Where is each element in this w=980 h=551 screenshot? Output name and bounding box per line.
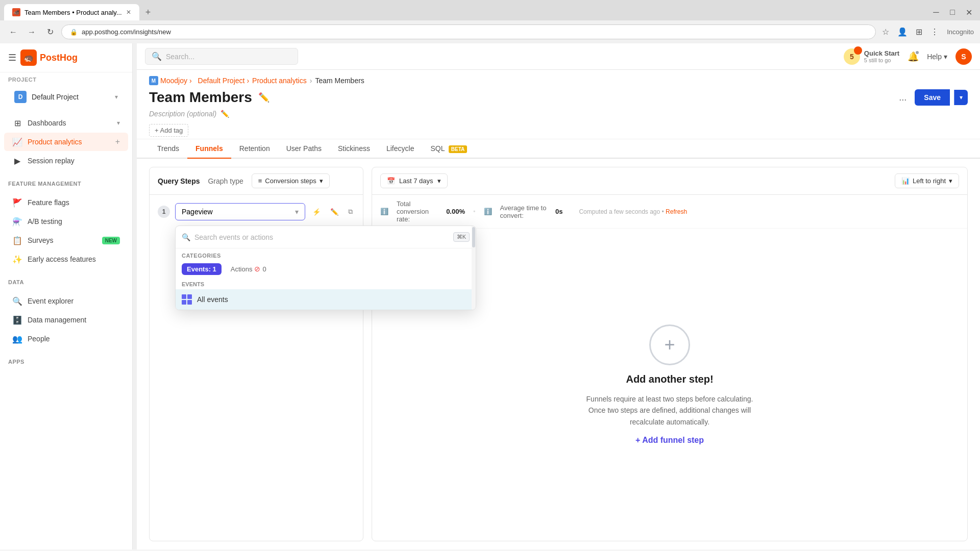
sidebar-item-feature-flags[interactable]: 🚩 Feature flags [4,193,128,212]
quick-start-widget[interactable]: 5 Quick Start 5 still to go [844,48,899,65]
step-1-filter-btn[interactable]: ⚡ [310,206,323,218]
add-insight-icon[interactable]: + [115,137,120,146]
breadcrumb-moodjoy[interactable]: M Moodjoy › [149,76,192,85]
feature-flags-icon: 🚩 [12,197,22,208]
stats-row: ℹ️ Total conversion rate: 0.00% • ℹ️ Ave… [372,195,967,229]
tab-user-paths[interactable]: User Paths [278,139,330,159]
actions-count: 0 [262,265,266,273]
minimize-btn[interactable]: ─ [929,5,943,19]
sidebar-item-early-access[interactable]: ✨ Early access features [4,250,128,268]
info-icon: ℹ️ [380,208,388,215]
search-input[interactable] [166,53,268,61]
dropdown-scrollbar-thumb [472,227,475,247]
forward-btn[interactable]: → [24,25,39,39]
maximize-btn[interactable]: □ [945,5,960,19]
sidebar-item-data-management[interactable]: 🗄️ Data management [4,311,128,329]
conversion-steps-btn[interactable]: ≡ Conversion steps ▾ [252,173,330,188]
search-box[interactable]: 🔍 [145,48,298,65]
tab-favicon: 🐗 [12,8,20,16]
surveys-new-badge: NEW [102,237,120,244]
breadcrumb-team-members: Team Members [315,77,364,85]
description-text: Description (optional) [149,110,216,118]
project-selector[interactable]: D Default Project ▾ [8,87,124,107]
browser-menu-btn[interactable]: ⋮ [928,25,941,39]
events-section-header: EVENTS [176,279,476,289]
sidebar: ☰ 🦔 PostHog PROJECT D Default Project ▾ … [0,43,133,549]
sidebar-item-event-explorer[interactable]: 🔍 Event explorer [4,292,128,310]
events-category-btn[interactable]: Events: 1 [182,263,222,275]
actions-cancel-icon: ⊘ [254,265,260,273]
tab-lifecycle[interactable]: Lifecycle [378,139,422,159]
breadcrumb-m-avatar: M [149,76,158,85]
tab-funnels[interactable]: Funnels [187,139,231,159]
sidebar-item-dashboards[interactable]: ⊞ Dashboards ▾ [4,114,128,132]
address-bar[interactable]: 🔒 app.posthog.com/insights/new [61,24,876,39]
bookmark-btn[interactable]: ☆ [880,25,891,39]
tags-row: + Add tag [149,124,968,139]
add-tag-btn[interactable]: + Add tag [149,124,188,137]
sidebar-item-product-analytics[interactable]: 📈 Product analytics + [4,133,128,151]
sidebar-item-session-replay[interactable]: ▶ Session replay [4,152,128,170]
edit-title-btn[interactable]: ✏️ [258,92,270,103]
more-options-btn[interactable]: ... [895,90,911,105]
breadcrumb-default-project[interactable]: Default Project › [198,77,250,85]
avg-time-info-icon: ℹ️ [484,208,492,215]
date-range-picker[interactable]: 📅 Last 7 days ▾ [380,173,448,188]
save-dropdown-btn[interactable]: ▾ [954,90,968,105]
funnel-direction-label: Left to right [913,177,946,185]
profile-btn[interactable]: 👤 [895,25,910,39]
dropdown-search-icon: 🔍 [182,233,190,241]
save-btn[interactable]: Save [915,89,950,106]
tab-close-btn[interactable]: ✕ [126,9,131,16]
user-avatar[interactable]: S [955,48,972,65]
tab-sql[interactable]: SQL BETA [422,139,475,159]
event-search-input[interactable] [194,233,449,241]
sidebar-item-people[interactable]: 👥 People [4,330,128,348]
sidebar-item-label: Early access features [28,255,120,263]
add-step-desc-2: Once two steps are defined, additional c… [589,406,751,425]
refresh-browser-btn[interactable]: ↻ [43,25,57,39]
step-1-dropdown[interactable]: Pageview ▾ [175,203,305,220]
tab-trends[interactable]: Trends [149,139,187,159]
avg-time-label: Average time to convert: [500,204,547,219]
date-range-label: Last 7 days [399,177,433,185]
project-label: PROJECT [8,77,124,83]
sidebar-item-ab-testing[interactable]: ⚗️ A/B testing [4,212,128,231]
data-section-header: DATA [0,273,132,287]
add-funnel-step-btn[interactable]: + Add funnel step [635,436,704,445]
query-body: 1 Pageview ▾ ⚡ ✏️ ⧉ 🔍 [150,195,363,541]
tab-retention[interactable]: Retention [231,139,278,159]
data-management-icon: 🗄️ [12,315,22,325]
breadcrumb-chevron-icon: › [189,77,192,85]
page-title-row: Team Members ✏️ ... Save ▾ [149,89,968,106]
sidebar-item-surveys[interactable]: 📋 Surveys NEW [4,231,128,249]
tab-stickiness[interactable]: Stickiness [330,139,378,159]
breadcrumb-product-analytics[interactable]: Product analytics [252,77,307,85]
new-tab-btn[interactable]: + [141,5,155,20]
actions-category-btn[interactable]: Actions ⊘ 0 [226,263,272,275]
all-events-icon [182,294,192,305]
event-explorer-icon: 🔍 [12,296,22,306]
incognito-label: Incognito [947,28,974,36]
refresh-link[interactable]: Refresh [666,208,687,215]
step-1-copy-btn[interactable]: ⧉ [346,206,355,218]
all-events-item[interactable]: All events [176,289,476,310]
quick-start-label: Quick Start [864,49,899,57]
plus-icon: + [664,334,675,356]
back-btn[interactable]: ← [6,25,20,39]
browser-chrome: 🐗 Team Members • Product analy... ✕ + ─ … [0,0,980,43]
funnel-direction-btn[interactable]: 📊 Left to right ▾ [895,173,959,188]
help-btn[interactable]: Help ▾ [927,53,947,61]
direction-chevron-icon: ▾ [949,177,952,185]
notifications-btn[interactable]: 🔔 [908,51,919,62]
sidebar-item-label: Event explorer [28,297,120,305]
extensions-btn[interactable]: ⊞ [914,25,924,39]
step-1-chevron-icon: ▾ [295,208,299,216]
browser-tab[interactable]: 🐗 Team Members • Product analy... ✕ [4,4,139,20]
sidebar-toggle-btn[interactable]: ☰ [8,52,16,63]
dropdown-scrollbar[interactable] [472,226,476,310]
close-window-btn[interactable]: ✕ [962,5,976,19]
edit-description-btn[interactable]: ✏️ [220,110,229,118]
step-1-edit-btn[interactable]: ✏️ [328,206,341,218]
add-step-title: Add another step! [626,373,713,385]
